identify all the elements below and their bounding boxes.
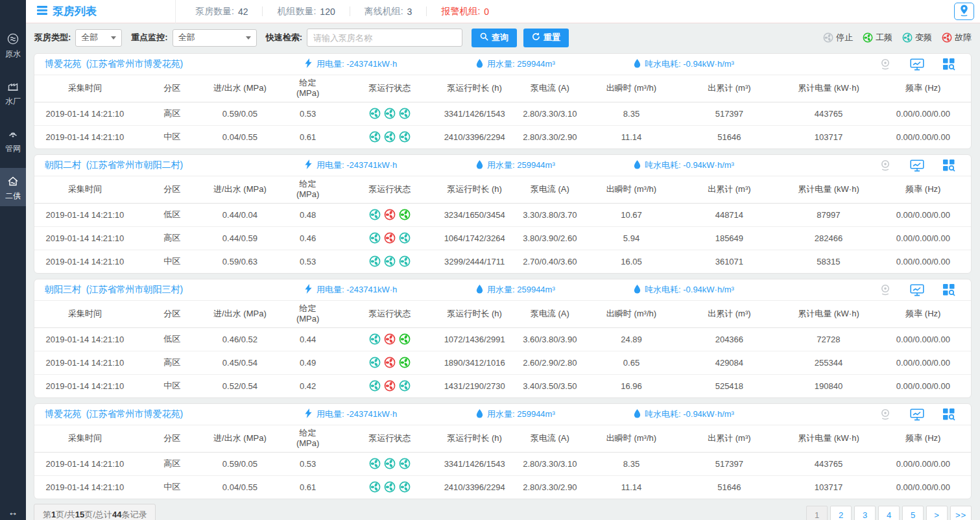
page-button-3[interactable]: 3 <box>854 506 876 520</box>
station-actions <box>879 408 955 421</box>
pump-status-icon-vfd <box>399 458 411 469</box>
grid-search-icon[interactable] <box>942 283 955 296</box>
pipe-network-icon <box>6 127 19 142</box>
pump-status-icon-vfd <box>399 108 411 119</box>
column-header: 给定(MPa) <box>271 301 344 327</box>
pump-status-icon-stop <box>823 32 833 43</box>
cell-runtime: 1431/2190/2730 <box>435 374 514 397</box>
cell-zone: 低区 <box>136 327 209 351</box>
monitor-chart-icon[interactable] <box>910 284 924 296</box>
pump-type-select[interactable]: 全部 <box>75 29 122 47</box>
station-card: 朝阳三村 (江苏省常州市朝阳三村) 用电量: -243741kW·h 用水量: … <box>34 279 972 398</box>
sidebar-item-pipe-network[interactable]: 管网 <box>0 121 26 159</box>
station-ton-water-power: 吨水电耗: -0.94kW·h/m³ <box>634 284 879 296</box>
cell-current: 3.60/3.80/3.90 <box>514 327 586 351</box>
grid-search-icon[interactable] <box>942 408 955 421</box>
map-location-button[interactable] <box>954 3 974 20</box>
cell-current: 2.80/3.30/2.90 <box>514 125 586 148</box>
page-button-1[interactable]: 1 <box>806 506 828 520</box>
page-info: 第1页/共15页/总计44条记录 <box>34 504 156 520</box>
page-button-5[interactable]: 5 <box>902 506 924 520</box>
grid-search-icon[interactable] <box>942 159 955 172</box>
cell-current: 3.40/3.50/3.50 <box>514 374 586 397</box>
pump-row: 2019-01-14 14:21:10 中区 0.52/0.54 0.42 14… <box>34 374 971 397</box>
column-header: 泵运行状态 <box>344 75 435 102</box>
station-name-link[interactable]: 朝阳二村 (江苏省常州市朝阳二村) <box>45 160 304 171</box>
cell-setpoint: 0.53 <box>271 250 344 273</box>
column-header: 频率 (Hz) <box>876 176 971 203</box>
station-name-link[interactable]: 博爱花苑 (江苏省常州市博爱花苑) <box>45 58 304 70</box>
sidebar-item-water-plant[interactable]: 水厂 <box>0 73 26 112</box>
pump-row: 2019-01-14 14:21:10 高区 0.59/0.05 0.53 33… <box>34 102 971 125</box>
column-header: 给定(MPa) <box>271 176 344 203</box>
pump-status-icon-vfd <box>369 481 381 493</box>
camera-icon[interactable] <box>879 58 892 71</box>
cell-zone: 高区 <box>136 102 209 125</box>
last-page-button[interactable]: >> <box>950 506 972 520</box>
page-title: 泵房列表 <box>26 0 176 23</box>
cell-current: 2.80/3.30/3.10 <box>514 452 586 475</box>
station-name-link[interactable]: 博爱花苑 (江苏省常州市博爱花苑) <box>45 408 304 420</box>
column-header: 泵运行时长 (h) <box>435 425 514 452</box>
page-button-2[interactable]: 2 <box>830 506 852 520</box>
cell-setpoint: 0.46 <box>271 226 344 250</box>
cell-frequency: 0.00/0.00/0.00 <box>876 250 971 273</box>
cell-pump-status <box>344 102 435 125</box>
camera-icon[interactable] <box>879 159 892 172</box>
pump-row: 2019-01-14 14:21:10 高区 0.45/0.54 0.49 18… <box>34 351 971 374</box>
cell-pump-status <box>344 374 435 397</box>
sidebar-item-secondary-supply[interactable]: 二供 <box>0 168 26 206</box>
sidebar-item-raw-water[interactable]: 原水 <box>0 26 26 64</box>
cell-instant-flow: 16.05 <box>586 250 676 273</box>
column-header: 采集时间 <box>34 75 136 102</box>
cell-frequency: 0.00/0.00/0.00 <box>876 226 971 250</box>
query-button[interactable]: 查询 <box>472 29 517 47</box>
cell-in-out-pressure: 0.46/0.52 <box>209 327 272 351</box>
cell-total-power: 58315 <box>782 250 875 273</box>
camera-icon[interactable] <box>879 283 892 296</box>
station-list: 博爱花苑 (江苏省常州市博爱花苑) 用电量: -243741kW·h 用水量: … <box>26 52 980 499</box>
refresh-icon <box>532 32 540 43</box>
cell-total-out: 51646 <box>677 125 782 148</box>
cell-current: 3.80/3.90/2.60 <box>514 226 586 250</box>
pump-table: 采集时间分区进/出水 (MPa)给定(MPa)泵运行状态泵运行时长 (h)泵电流… <box>34 176 971 273</box>
key-monitor-select[interactable]: 全部 <box>173 29 257 47</box>
cell-instant-flow: 8.35 <box>586 452 676 475</box>
camera-icon[interactable] <box>879 408 892 421</box>
monitor-chart-icon[interactable] <box>910 58 924 71</box>
next-page-button[interactable]: > <box>926 506 948 520</box>
pump-status-icon-vfd <box>399 255 411 267</box>
monitor-chart-icon[interactable] <box>910 408 924 421</box>
search-input[interactable] <box>307 29 462 47</box>
reset-button[interactable]: 重置 <box>523 29 569 47</box>
cell-setpoint: 0.61 <box>271 125 344 148</box>
grid-search-icon[interactable] <box>942 58 955 71</box>
column-header: 泵电流 (A) <box>514 176 586 203</box>
cell-setpoint: 0.42 <box>271 374 344 397</box>
sidebar-collapse-icon[interactable]: ↔ <box>0 506 26 517</box>
station-power-usage: 用电量: -243741kW·h <box>304 408 476 420</box>
column-header: 进/出水 (MPa) <box>209 75 272 102</box>
column-header: 进/出水 (MPa) <box>209 425 272 452</box>
table-header-row: 采集时间分区进/出水 (MPa)给定(MPa)泵运行状态泵运行时长 (h)泵电流… <box>34 301 971 327</box>
cell-frequency: 0.00/0.00/0.00 <box>876 327 971 351</box>
pump-status-icon-vfd <box>384 481 396 493</box>
pump-status-icon-fault <box>384 333 396 345</box>
column-header: 泵运行状态 <box>344 176 435 203</box>
table-header-row: 采集时间分区进/出水 (MPa)给定(MPa)泵运行状态泵运行时长 (h)泵电流… <box>34 75 971 102</box>
cell-total-power: 255344 <box>782 351 875 374</box>
cell-zone: 中区 <box>136 250 209 273</box>
main-area: 泵房列表 泵房数量: 42 机组数量: 120 离线机组: 3 报警机组: 0 <box>26 0 980 520</box>
cell-runtime: 1890/3412/1016 <box>435 351 514 374</box>
cell-in-out-pressure: 0.44/0.59 <box>209 226 272 250</box>
divider <box>350 6 350 16</box>
sidebar-item-label: 原水 <box>5 50 21 58</box>
cell-setpoint: 0.48 <box>271 203 344 226</box>
cell-total-power: 103717 <box>782 475 875 499</box>
water-plant-icon <box>6 80 19 95</box>
monitor-chart-icon[interactable] <box>910 160 924 172</box>
pump-status-icon-vfd <box>399 380 411 392</box>
station-name-link[interactable]: 朝阳三村 (江苏省常州市朝阳三村) <box>45 284 304 296</box>
pump-row: 2019-01-14 14:21:10 中区 0.59/0.63 0.53 32… <box>34 250 971 273</box>
page-button-4[interactable]: 4 <box>878 506 900 520</box>
